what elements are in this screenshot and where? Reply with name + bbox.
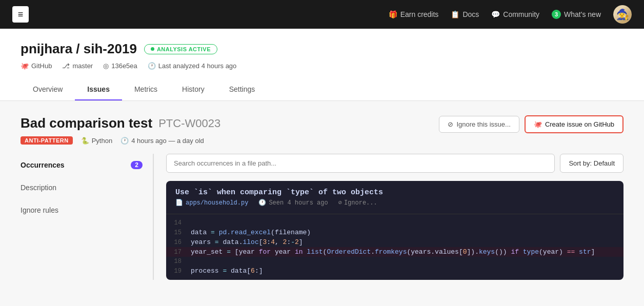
sidebar-item-ignore-rules[interactable]: Ignore rules <box>21 199 143 221</box>
logo-icon: ≡ <box>18 9 24 20</box>
clock-icon: 🕐 <box>148 62 156 70</box>
community-link[interactable]: 💬 Community <box>491 10 539 18</box>
code-header: Use `is` when comparing `type` of two ob… <box>166 181 623 214</box>
ignore-icon: ⊘ <box>448 120 453 128</box>
search-input[interactable] <box>166 154 555 173</box>
github-octocat-icon: 🐙 <box>534 120 542 128</box>
main-content: Bad comparison test PTC-W0023 ANTI-PATTE… <box>0 101 644 294</box>
code-meta: 📄 apps/household.py 🕐 Seen 4 hours ago ⊘… <box>175 199 614 207</box>
issue-header: Bad comparison test PTC-W0023 ANTI-PATTE… <box>21 115 623 145</box>
seen-meta: 🕐 Seen 4 hours ago <box>258 199 328 207</box>
file-icon: 📄 <box>175 199 183 207</box>
code-title: Use `is` when comparing `type` of two ob… <box>175 188 614 197</box>
tab-issues[interactable]: Issues <box>75 79 122 100</box>
tab-settings[interactable]: Settings <box>217 79 268 100</box>
code-line-15: 15 data = pd.read_excel(filename) <box>166 228 623 237</box>
repo-title: pnijhara / sih-2019 <box>21 41 137 57</box>
occurrences-count-badge: 2 <box>131 161 143 169</box>
occurrences-panel: Sort by: Default Use `is` when comparing… <box>154 154 623 280</box>
code-block: Use `is` when comparing `type` of two ob… <box>166 181 623 280</box>
sort-button[interactable]: Sort by: Default <box>560 154 623 173</box>
code-line-17: 17 year_set = [year for year in list(Ord… <box>166 247 623 257</box>
book-icon: 📋 <box>451 10 459 18</box>
branch-icon: ⎇ <box>62 62 70 70</box>
create-github-issue-button[interactable]: 🐙 Create issue on GitHub <box>525 115 623 133</box>
sidebar-item-occurrences[interactable]: Occurrences 2 <box>21 154 143 176</box>
issue-meta: ANTI-PATTERN 🐍 Python 🕐 4 hours ago — a … <box>21 136 220 145</box>
github-icon: 🐙 <box>21 62 29 70</box>
repo-header: pnijhara / sih-2019 ANALYSIS ACTIVE 🐙 Gi… <box>0 29 644 101</box>
repo-tabs: Overview Issues Metrics History Settings <box>21 79 623 100</box>
issue-actions: ⊘ Ignore this issue... 🐙 Create issue on… <box>439 115 623 133</box>
code-line-18: 18 <box>166 257 623 266</box>
issue-title: Bad comparison test PTC-W0023 <box>21 115 220 131</box>
sidebar-item-description[interactable]: Description <box>21 176 143 199</box>
commit-icon: ◎ <box>103 62 109 70</box>
logo[interactable]: ≡ <box>12 6 29 23</box>
anti-pattern-badge: ANTI-PATTERN <box>21 136 73 145</box>
time-icon: 🕐 <box>120 137 129 145</box>
search-sort-row: Sort by: Default <box>166 154 623 173</box>
clock-small-icon: 🕐 <box>258 199 266 207</box>
status-dot <box>151 47 154 51</box>
sidebar: Occurrences 2 Description Ignore rules <box>21 154 154 280</box>
header-nav: 🎁 Earn credits 📋 Docs 💬 Community 3 What… <box>389 5 632 24</box>
analyzed-meta: 🕐 Last analyzed 4 hours ago <box>148 62 237 70</box>
repo-title-row: pnijhara / sih-2019 ANALYSIS ACTIVE <box>21 41 623 57</box>
avatar[interactable]: 🧙 <box>613 5 632 24</box>
tab-overview[interactable]: Overview <box>21 79 75 100</box>
python-icon: 🐍 <box>81 137 89 145</box>
code-line-16: 16 years = data.iloc[3:4, 2:-2] <box>166 237 623 247</box>
github-meta: 🐙 GitHub <box>21 62 52 70</box>
circle-slash-icon: ⊘ <box>338 199 342 207</box>
issue-id: PTC-W0023 <box>158 117 220 130</box>
code-ignore-link[interactable]: ⊘ Ignore... <box>338 199 377 207</box>
tab-history[interactable]: History <box>170 79 217 100</box>
language-meta: 🐍 Python <box>81 137 112 145</box>
gift-icon: 🎁 <box>389 10 397 18</box>
main-header: ≡ 🎁 Earn credits 📋 Docs 💬 Community 3 Wh… <box>0 0 644 29</box>
notification-badge: 3 <box>552 10 561 19</box>
tab-metrics[interactable]: Metrics <box>122 79 170 100</box>
docs-link[interactable]: 📋 Docs <box>451 10 479 18</box>
repo-meta: 🐙 GitHub ⎇ master ◎ 136e5ea 🕐 Last analy… <box>21 62 623 70</box>
branch-meta: ⎇ master <box>62 62 93 70</box>
earn-credits-link[interactable]: 🎁 Earn credits <box>389 10 439 18</box>
whats-new-link[interactable]: 3 What's new <box>552 10 601 19</box>
age-meta: 🕐 4 hours ago — a day old <box>120 137 204 145</box>
analysis-status-badge: ANALYSIS ACTIVE <box>144 44 217 54</box>
code-line-14: 14 <box>166 218 623 228</box>
content-layout: Occurrences 2 Description Ignore rules S… <box>21 154 623 280</box>
issue-title-area: Bad comparison test PTC-W0023 ANTI-PATTE… <box>21 115 220 145</box>
file-path-meta: 📄 apps/household.py <box>175 199 248 207</box>
ignore-issue-button[interactable]: ⊘ Ignore this issue... <box>439 116 519 133</box>
code-lines: 14 15 data = pd.read_excel(filename) 16 … <box>166 214 623 280</box>
chat-icon: 💬 <box>491 10 500 18</box>
code-line-19: 19 process = data[6:] <box>166 266 623 276</box>
commit-meta: ◎ 136e5ea <box>103 62 137 70</box>
